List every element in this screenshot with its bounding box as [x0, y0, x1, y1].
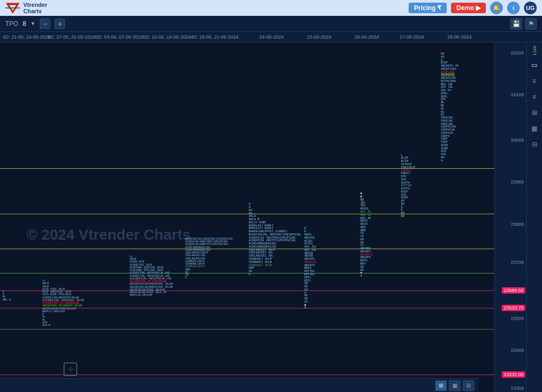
demo-button[interactable]: Demo ▶ — [451, 3, 486, 13]
price-24100: 24100 — [511, 92, 524, 97]
price-23589: 23589.50 — [502, 287, 525, 294]
sidebar-icon-rows[interactable]: ≡ — [529, 75, 540, 87]
date-label-2: 5D: 03-06..07-06-2024 — [95, 34, 143, 40]
hline-green-1 — [0, 273, 494, 274]
logo-icon — [5, 2, 20, 14]
price-23700: 23700 — [511, 260, 524, 265]
layout-btn-2[interactable]: ▦ — [449, 380, 460, 391]
user-button[interactable]: UG — [524, 2, 537, 14]
hline-yellow-1 — [0, 214, 494, 214]
tpo-block-18jun: BCDEFGHIJKLAADEFGHIJLMCDEFGJKL ACQGHIJKL… — [185, 235, 233, 282]
header: VtrenderCharts Pricing ₹ Demo ▶ 🔔 i UG — [0, 0, 542, 16]
price-24200: 24200 — [511, 50, 524, 56]
tpo-label: TPO — [5, 20, 19, 28]
date-label-5: 24-06-2024 — [259, 34, 284, 40]
live-label: Live — [532, 45, 537, 55]
price-23533: 23533.70 — [502, 305, 525, 311]
tpo-block-27may: LL AKLM AKLM ACDE FGHI JKLM BCDF AABCFGH… — [42, 277, 84, 330]
price-23800: 23800 — [511, 222, 524, 227]
tpo-minus-button[interactable]: − — [40, 19, 50, 29]
tpo-arrow[interactable]: ▼ — [30, 21, 35, 26]
info-button[interactable]: i — [507, 2, 520, 14]
layout-btn-3[interactable]: ⊟ — [463, 380, 474, 391]
toolbar-right: 💾 ⚑ — [510, 18, 537, 30]
bell-button[interactable]: 🔔 — [490, 2, 503, 14]
tpo-block-21may: A A AL AML W — [3, 287, 11, 304]
date-label-6: 25-06-2024 — [307, 34, 331, 40]
sidebar-icon-grid[interactable]: ⊞ — [529, 107, 540, 118]
tpo-plus-button[interactable]: + — [55, 19, 65, 29]
price-23900: 23900 — [511, 179, 524, 185]
right-sidebar: Live ▭ ≡ ≡ ⊞ ▦ ⊟ — [526, 42, 542, 392]
tpo-block-28jun: KS AS A BCDF ABCDEFG JR ABCEFGJKL ACEFGJ… — [441, 49, 458, 165]
tpo-block-25jun: D D ABCD ABCDFG HIJKL HIJKL OHI JKL QHI … — [304, 224, 317, 313]
price-24000: 24000 — [511, 138, 524, 143]
tpo-block-26jun: ■ ■ GD JRL JRL HIKJL OHI JK OHI JR QHI J… — [360, 189, 373, 281]
hline-yellow-2 — [0, 168, 494, 169]
sidebar-icon-split[interactable]: ▦ — [529, 123, 540, 134]
toolbar: TPO 8 ▼ − + 💾 ⚑ — [0, 16, 542, 32]
tpo-value: 8 — [23, 20, 26, 28]
watermark: © 2024 Vtrender Charts — [26, 226, 191, 243]
tpo-block-10jun: LL AKLM ACDEH KLM ACQDEFJHI JKLM GCDFAAB… — [130, 252, 173, 299]
flag-button[interactable]: ⚑ — [525, 18, 537, 30]
date-label-1: 5D: 27-05..31-05-2024 — [48, 34, 96, 40]
tpo-block-27jun: L KLIM KLIM GIJKLM FGHIJKLM FGHIJL FGHIJ… — [401, 151, 415, 221]
save-button[interactable]: 💾 — [510, 18, 522, 30]
tpo-block-24jun: A A RA RA AKLA AKLA B AKLIJ KABC BAEKLAI… — [249, 199, 301, 279]
price-23500: 23500 — [511, 316, 524, 321]
chart-area[interactable]: © 2024 Vtrender Charts KS AS A BCDF ABCD… — [0, 42, 494, 392]
date-label-3: 5D: 10-06..14-06-2024 — [143, 34, 191, 40]
date-label-7: 26-06-2024 — [355, 34, 379, 40]
screenshot-icon[interactable]: ⊹ — [64, 362, 77, 376]
price-23332: 23332.00 — [502, 371, 525, 378]
price-23400: 23400 — [511, 348, 524, 353]
sidebar-icon-lines[interactable]: ≡ — [529, 91, 540, 103]
layout-btn-1[interactable]: ⊞ — [435, 380, 447, 391]
date-label-8: 27-06-2024 — [400, 34, 424, 40]
bottom-toolbar: ⊞ ▦ ⊟ — [0, 378, 478, 392]
logo-text: VtrenderCharts — [23, 2, 47, 14]
sidebar-icon-single[interactable]: ▭ — [529, 59, 540, 71]
price-23300: 23300 — [511, 386, 524, 391]
date-axis: 4D: 21-05..24-05-2024 5D: 27-05..31-05-2… — [0, 32, 542, 42]
logo-area: VtrenderCharts — [5, 2, 47, 14]
pricing-button[interactable]: Pricing ₹ — [409, 3, 447, 13]
price-axis: 24200 24100 24000 23900 23800 23700 2358… — [494, 42, 526, 392]
sidebar-icon-minus[interactable]: ⊟ — [529, 139, 540, 150]
date-label-0: 4D: 21-05..24-05-2024 — [3, 34, 51, 40]
header-right: Pricing ₹ Demo ▶ 🔔 i UG — [409, 2, 537, 14]
date-label-4: 4D: 18-06..21-06-2024 — [191, 34, 239, 40]
date-label-9: 28-06-2024 — [447, 34, 472, 40]
hline-yellow-3 — [0, 249, 494, 249]
chart-container: © 2024 Vtrender Charts KS AS A BCDF ABCD… — [0, 42, 542, 392]
